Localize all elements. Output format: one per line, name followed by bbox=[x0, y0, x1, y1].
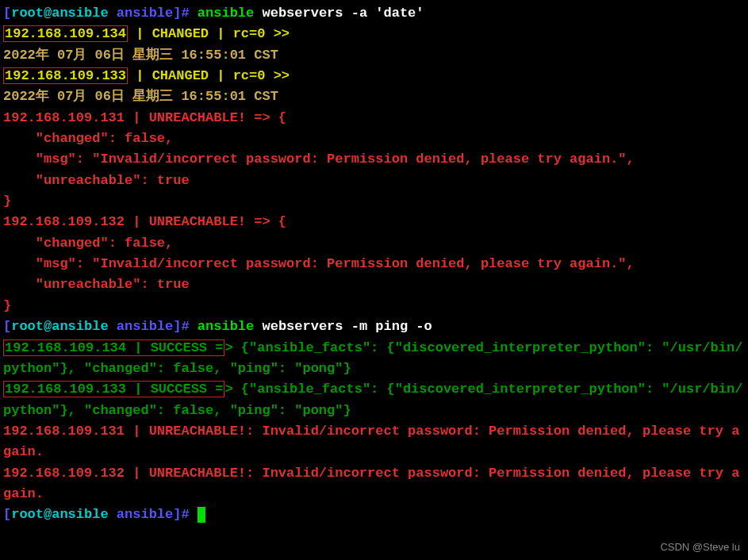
error-line: "unreachable": true bbox=[3, 171, 745, 191]
error-line: "msg": "Invalid/incorrect password: Perm… bbox=[3, 254, 745, 274]
command-ansible: ansible bbox=[190, 319, 255, 334]
prompt-line-1[interactable]: [root@ansible ansible]# ansible webserve… bbox=[3, 3, 745, 24]
error-line: "msg": "Invalid/incorrect password: Perm… bbox=[3, 149, 745, 170]
host-ip-highlight: 192.168.109.134 bbox=[3, 25, 128, 42]
host-success-highlight: 192.168.109.133 | SUCCESS = bbox=[3, 381, 224, 397]
cursor-icon bbox=[198, 507, 205, 523]
command-ansible: ansible bbox=[190, 6, 255, 21]
path: ansible bbox=[109, 507, 174, 522]
error-line: "changed": false, bbox=[3, 233, 745, 254]
status-text: | CHANGED | rc=0 >> bbox=[128, 68, 290, 83]
error-line: } bbox=[3, 296, 745, 316]
user-host: root@ansible bbox=[11, 6, 108, 21]
command-target: webservers bbox=[254, 319, 343, 334]
error-line: 192.168.109.132 | UNREACHABLE! => { bbox=[3, 212, 745, 232]
date-output: 2022年 07月 06日 星期三 16:55:01 CST bbox=[3, 45, 745, 66]
ping-error: 192.168.109.131 | UNREACHABLE!: Invalid/… bbox=[3, 421, 745, 463]
command-target: webservers bbox=[254, 6, 343, 21]
bracket: [ bbox=[3, 319, 11, 334]
bracket: ]# bbox=[173, 507, 189, 522]
error-line: "unreachable": true bbox=[3, 274, 745, 295]
host-ip-highlight: 192.168.109.133 bbox=[3, 67, 128, 84]
user-host: root@ansible bbox=[11, 319, 108, 334]
error-line: 192.168.109.131 | UNREACHABLE! => { bbox=[3, 108, 745, 128]
ping-success: 192.168.109.133 | SUCCESS => {"ansible_f… bbox=[3, 379, 745, 421]
bracket: [ bbox=[3, 6, 11, 21]
path: ansible bbox=[109, 319, 174, 334]
error-line: "changed": false, bbox=[3, 128, 745, 149]
user-host: root@ansible bbox=[11, 507, 108, 522]
watermark-text: CSDN @Steve lu bbox=[660, 539, 740, 555]
error-line: } bbox=[3, 191, 745, 212]
bracket: ]# bbox=[173, 6, 189, 21]
path: ansible bbox=[109, 6, 174, 21]
bracket: ]# bbox=[173, 319, 189, 334]
date-output: 2022年 07月 06日 星期三 16:55:01 CST bbox=[3, 86, 745, 107]
ping-error: 192.168.109.132 | UNREACHABLE!: Invalid/… bbox=[3, 463, 745, 505]
ping-success: 192.168.109.134 | SUCCESS => {"ansible_f… bbox=[3, 338, 745, 380]
terminal-output: [root@ansible ansible]# ansible webserve… bbox=[3, 3, 745, 526]
prompt-line-3[interactable]: [root@ansible ansible]# bbox=[3, 504, 745, 525]
status-text: | CHANGED | rc=0 >> bbox=[128, 26, 290, 41]
command-args: -m ping -o bbox=[343, 319, 432, 334]
prompt-line-2[interactable]: [root@ansible ansible]# ansible webserve… bbox=[3, 316, 745, 337]
host-success-highlight: 192.168.109.134 | SUCCESS = bbox=[3, 339, 224, 356]
host-result: 192.168.109.133 | CHANGED | rc=0 >> bbox=[3, 66, 745, 86]
host-result: 192.168.109.134 | CHANGED | rc=0 >> bbox=[3, 24, 745, 44]
command-args: -a 'date' bbox=[343, 6, 424, 21]
bracket: [ bbox=[3, 507, 11, 522]
